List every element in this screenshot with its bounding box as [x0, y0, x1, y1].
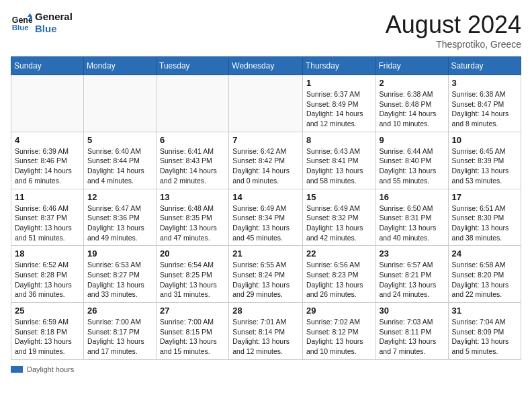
- day-info: Sunrise: 6:52 AM Sunset: 8:28 PM Dayligh…: [15, 260, 80, 300]
- day-info: Sunrise: 6:44 AM Sunset: 8:40 PM Dayligh…: [380, 146, 445, 186]
- day-info: Sunrise: 7:01 AM Sunset: 8:14 PM Dayligh…: [232, 317, 299, 357]
- day-info: Sunrise: 6:49 AM Sunset: 8:34 PM Dayligh…: [232, 203, 299, 243]
- day-info: Sunrise: 6:37 AM Sunset: 8:49 PM Dayligh…: [306, 89, 372, 129]
- day-number: 26: [87, 306, 152, 316]
- day-info: Sunrise: 6:58 AM Sunset: 8:20 PM Dayligh…: [452, 260, 517, 300]
- day-number: 8: [306, 135, 372, 145]
- day-info: Sunrise: 7:04 AM Sunset: 8:09 PM Dayligh…: [452, 317, 517, 357]
- day-number: 11: [15, 192, 80, 202]
- calendar-day-header: Tuesday: [157, 57, 229, 75]
- svg-text:Blue: Blue: [12, 24, 30, 32]
- calendar-day-cell: 12Sunrise: 6:47 AM Sunset: 8:36 PM Dayli…: [84, 189, 157, 246]
- daylight-label: Daylight hours: [27, 365, 74, 373]
- calendar-day-cell: 31Sunrise: 7:04 AM Sunset: 8:09 PM Dayli…: [448, 303, 521, 360]
- calendar-day-cell: 23Sunrise: 6:57 AM Sunset: 8:21 PM Dayli…: [375, 246, 448, 303]
- day-number: 18: [15, 248, 80, 259]
- calendar-day-cell: 14Sunrise: 6:49 AM Sunset: 8:34 PM Dayli…: [229, 189, 303, 246]
- logo: General Blue General Blue: [11, 11, 73, 35]
- day-info: Sunrise: 6:40 AM Sunset: 8:44 PM Dayligh…: [87, 146, 152, 186]
- calendar-table: SundayMondayTuesdayWednesdayThursdayFrid…: [11, 56, 521, 360]
- day-info: Sunrise: 6:50 AM Sunset: 8:31 PM Dayligh…: [380, 203, 445, 243]
- calendar-day-header: Friday: [375, 57, 448, 75]
- calendar-day-cell: 16Sunrise: 6:50 AM Sunset: 8:31 PM Dayli…: [375, 189, 448, 246]
- day-info: Sunrise: 6:47 AM Sunset: 8:36 PM Dayligh…: [87, 203, 152, 243]
- day-number: 16: [380, 192, 445, 202]
- calendar-day-cell: 27Sunrise: 7:00 AM Sunset: 8:15 PM Dayli…: [157, 303, 229, 360]
- calendar-day-cell: [11, 75, 84, 132]
- calendar-day-cell: 17Sunrise: 6:51 AM Sunset: 8:30 PM Dayli…: [448, 189, 521, 246]
- calendar-day-cell: 20Sunrise: 6:54 AM Sunset: 8:25 PM Dayli…: [157, 246, 229, 303]
- page-header: General Blue General Blue August 2024 Th…: [11, 11, 521, 50]
- day-info: Sunrise: 6:38 AM Sunset: 8:47 PM Dayligh…: [452, 89, 517, 129]
- day-number: 10: [452, 135, 517, 145]
- calendar-day-header: Saturday: [448, 57, 521, 75]
- calendar-day-header: Thursday: [302, 57, 375, 75]
- day-number: 20: [160, 248, 225, 259]
- calendar-day-cell: 3Sunrise: 6:38 AM Sunset: 8:47 PM Daylig…: [448, 75, 521, 132]
- day-number: 2: [380, 78, 445, 88]
- day-info: Sunrise: 6:55 AM Sunset: 8:24 PM Dayligh…: [232, 260, 299, 300]
- calendar-day-cell: 24Sunrise: 6:58 AM Sunset: 8:20 PM Dayli…: [448, 246, 521, 303]
- day-number: 25: [15, 306, 80, 316]
- calendar-day-cell: [229, 75, 303, 132]
- calendar-day-cell: 7Sunrise: 6:42 AM Sunset: 8:42 PM Daylig…: [229, 132, 303, 189]
- day-number: 3: [452, 78, 517, 88]
- day-number: 27: [160, 306, 225, 316]
- title-block: August 2024 Thesprotiko, Greece: [386, 11, 521, 50]
- calendar-week-row: 4Sunrise: 6:39 AM Sunset: 8:46 PM Daylig…: [11, 132, 521, 189]
- calendar-day-cell: 1Sunrise: 6:37 AM Sunset: 8:49 PM Daylig…: [302, 75, 375, 132]
- day-number: 24: [452, 248, 517, 259]
- day-info: Sunrise: 6:46 AM Sunset: 8:37 PM Dayligh…: [15, 203, 80, 243]
- day-number: 28: [232, 306, 299, 316]
- day-info: Sunrise: 6:38 AM Sunset: 8:48 PM Dayligh…: [380, 89, 445, 129]
- day-number: 17: [452, 192, 517, 202]
- day-number: 30: [380, 306, 445, 316]
- day-number: 7: [232, 135, 299, 145]
- day-number: 15: [306, 192, 372, 202]
- day-number: 19: [87, 248, 152, 259]
- calendar-week-row: 1Sunrise: 6:37 AM Sunset: 8:49 PM Daylig…: [11, 75, 521, 132]
- day-number: 12: [87, 192, 152, 202]
- day-info: Sunrise: 6:57 AM Sunset: 8:21 PM Dayligh…: [380, 260, 445, 300]
- calendar-day-cell: 25Sunrise: 6:59 AM Sunset: 8:18 PM Dayli…: [11, 303, 84, 360]
- day-info: Sunrise: 6:59 AM Sunset: 8:18 PM Dayligh…: [15, 317, 80, 357]
- day-number: 29: [306, 306, 372, 316]
- day-info: Sunrise: 6:43 AM Sunset: 8:41 PM Dayligh…: [306, 146, 372, 186]
- calendar-day-cell: 28Sunrise: 7:01 AM Sunset: 8:14 PM Dayli…: [229, 303, 303, 360]
- day-number: 21: [232, 248, 299, 259]
- calendar-day-cell: 30Sunrise: 7:03 AM Sunset: 8:11 PM Dayli…: [375, 303, 448, 360]
- day-info: Sunrise: 6:49 AM Sunset: 8:32 PM Dayligh…: [306, 203, 372, 243]
- daylight-bar-icon: [11, 366, 23, 373]
- month-year: August 2024: [386, 11, 521, 39]
- day-info: Sunrise: 6:54 AM Sunset: 8:25 PM Dayligh…: [160, 260, 225, 300]
- day-info: Sunrise: 6:39 AM Sunset: 8:46 PM Dayligh…: [15, 146, 80, 186]
- calendar-day-cell: 11Sunrise: 6:46 AM Sunset: 8:37 PM Dayli…: [11, 189, 84, 246]
- day-number: 4: [15, 135, 80, 145]
- calendar-day-cell: 4Sunrise: 6:39 AM Sunset: 8:46 PM Daylig…: [11, 132, 84, 189]
- day-info: Sunrise: 7:02 AM Sunset: 8:12 PM Dayligh…: [306, 317, 372, 357]
- day-number: 31: [452, 306, 517, 316]
- calendar-day-cell: 19Sunrise: 6:53 AM Sunset: 8:27 PM Dayli…: [84, 246, 157, 303]
- calendar-day-cell: 22Sunrise: 6:56 AM Sunset: 8:23 PM Dayli…: [302, 246, 375, 303]
- footer: Daylight hours: [11, 365, 521, 373]
- logo-icon: General Blue: [11, 12, 32, 34]
- calendar-day-cell: [84, 75, 157, 132]
- calendar-day-cell: 9Sunrise: 6:44 AM Sunset: 8:40 PM Daylig…: [375, 132, 448, 189]
- day-number: 6: [160, 135, 225, 145]
- calendar-day-header: Wednesday: [229, 57, 303, 75]
- day-number: 22: [306, 248, 372, 259]
- calendar-day-cell: 8Sunrise: 6:43 AM Sunset: 8:41 PM Daylig…: [302, 132, 375, 189]
- day-info: Sunrise: 6:45 AM Sunset: 8:39 PM Dayligh…: [452, 146, 517, 186]
- calendar-day-header: Sunday: [11, 57, 84, 75]
- day-info: Sunrise: 6:53 AM Sunset: 8:27 PM Dayligh…: [87, 260, 152, 300]
- calendar-day-header: Monday: [84, 57, 157, 75]
- day-number: 1: [306, 78, 372, 88]
- day-info: Sunrise: 6:41 AM Sunset: 8:43 PM Dayligh…: [160, 146, 225, 186]
- day-info: Sunrise: 6:48 AM Sunset: 8:35 PM Dayligh…: [160, 203, 225, 243]
- calendar-day-cell: 5Sunrise: 6:40 AM Sunset: 8:44 PM Daylig…: [84, 132, 157, 189]
- calendar-week-row: 11Sunrise: 6:46 AM Sunset: 8:37 PM Dayli…: [11, 189, 521, 246]
- logo-line1: General: [35, 11, 73, 23]
- logo-line2: Blue: [35, 23, 73, 35]
- calendar-header-row: SundayMondayTuesdayWednesdayThursdayFrid…: [11, 57, 521, 75]
- day-info: Sunrise: 6:51 AM Sunset: 8:30 PM Dayligh…: [452, 203, 517, 243]
